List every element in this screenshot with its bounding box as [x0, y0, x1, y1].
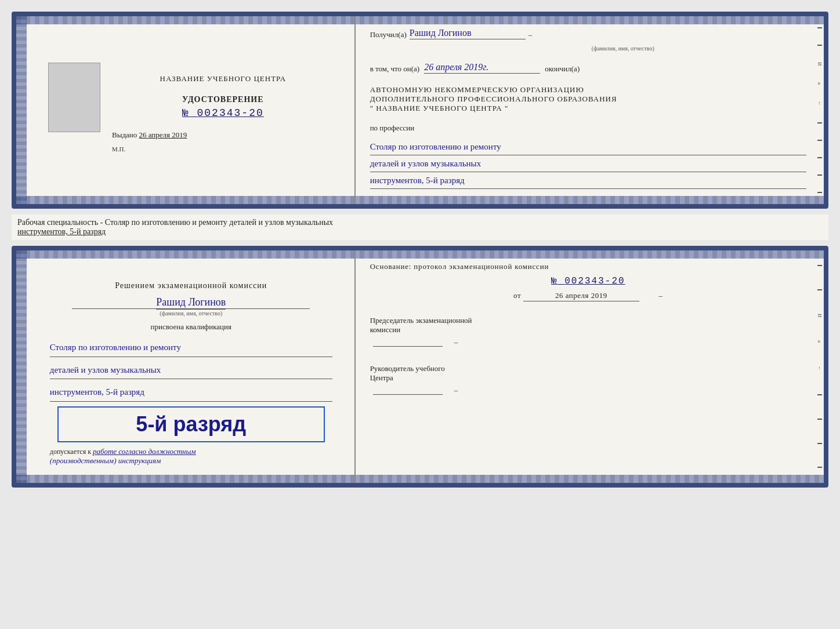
recipient-name-field: Рашид Логинов: [410, 28, 526, 39]
profession-line1: Столяр по изготовлению и ремонту: [370, 139, 806, 155]
cert-number: № 002343-20: [182, 107, 264, 119]
strip-dash: [817, 122, 822, 123]
page-wrapper: НАЗВАНИЕ УЧЕБНОГО ЦЕНТРА УДОСТОВЕРЕНИЕ №…: [12, 12, 828, 488]
allowed-line: допускается к работе согласно должностны…: [50, 447, 332, 466]
chairman-section: Председатель экзаменационной комиссии –: [370, 316, 806, 347]
strip-dash: [817, 265, 822, 266]
cert-number-prefix: №: [182, 107, 190, 119]
doc2-left-panel: Решением экзаменационной комиссии Рашид …: [16, 250, 356, 483]
training-center-label: НАЗВАНИЕ УЧЕБНОГО ЦЕНТРА: [160, 74, 286, 83]
strip-letter-left: ←: [817, 101, 823, 106]
commission-title: Решением экзаменационной комиссии: [115, 279, 267, 292]
head-line1: Руководитель учебного: [370, 364, 806, 373]
allowed-text: работе согласно должностным: [93, 447, 196, 456]
strip-dash: [817, 27, 822, 28]
between-text-prefix: Рабочая специальность - Столяр по изгото…: [17, 218, 333, 227]
head-line2: Центра: [370, 373, 806, 383]
org-text: АВТОНОМНУЮ НЕКОММЕРЧЕСКУЮ ОРГАНИЗАЦИЮ ДО…: [370, 85, 806, 113]
profession-section: по профессии: [370, 123, 806, 133]
stamp-area: М.П.: [112, 146, 125, 152]
strip-dash: [817, 289, 822, 290]
photo-placeholder: [48, 63, 100, 132]
org-line2: ДОПОЛНИТЕЛЬНОГО ПРОФЕССИОНАЛЬНОГО ОБРАЗО…: [370, 94, 806, 104]
strip-dash: [817, 443, 822, 444]
strip-letter-a2: а: [817, 340, 823, 343]
fio-label: (фамилия, имя, отчество): [440, 45, 806, 52]
strip-dash: [817, 174, 822, 176]
received-label: Получил(а): [370, 30, 407, 39]
qualification-line3: инструментов, 5-й разряд: [50, 384, 332, 402]
awarded-label: присвоена квалификация: [151, 322, 231, 332]
strip-dash: [817, 45, 822, 46]
org-line3: " НАЗВАНИЕ УЧЕБНОГО ЦЕНТРА ": [370, 104, 806, 113]
dash-right: –: [659, 291, 663, 300]
left-decorative-strip: [16, 16, 27, 204]
dash-chairman: –: [454, 337, 458, 347]
completed-date: 26 апреля 2019г.: [424, 62, 540, 74]
doc1-right-panel: И а ← Получил(а) Рашид Логинов – (фамили…: [356, 16, 824, 204]
rank-box: 5-й разряд: [57, 406, 325, 442]
number-prefix: №: [551, 276, 558, 286]
strip-letter-a: а: [817, 82, 823, 85]
issued-date: 26 апреля 2019: [139, 130, 187, 139]
issued-line: Выдано 26 апреля 2019: [112, 130, 187, 140]
head-section: Руководитель учебного Центра –: [370, 364, 806, 395]
profession-line2: деталей и узлов музыкальных: [370, 155, 806, 172]
allowed-prefix: допускается к: [50, 448, 91, 456]
doc2-person-name: Рашид Логинов: [156, 296, 226, 310]
allowed-text2: (производственным) инструкциям: [50, 456, 161, 465]
left-decorative-strip-2: [16, 250, 27, 483]
strip-dash: [817, 394, 822, 395]
issued-label: Выдано: [112, 130, 137, 139]
in-that-label: в том, что он(а): [370, 64, 420, 74]
document-1: НАЗВАНИЕ УЧЕБНОГО ЦЕНТРА УДОСТОВЕРЕНИЕ №…: [12, 12, 828, 209]
rank-number: 5-й разряд: [66, 412, 317, 437]
number-value: 002343-20: [564, 276, 625, 286]
basis-label: Основание: протокол экзаменационной коми…: [370, 262, 549, 271]
recipient-name: Рашид Логинов: [410, 28, 472, 38]
basis-date: 26 апреля 2019: [523, 291, 639, 301]
strip-letter-left2: ←: [817, 366, 823, 371]
strip-letter-i: И: [817, 62, 823, 66]
chairman-line1: Председатель экзаменационной: [370, 316, 806, 325]
right-decorative-strip-2: И а ←: [816, 250, 824, 483]
strip-dash: [817, 140, 822, 141]
qualification-line1: Столяр по изготовлению и ремонту: [50, 339, 332, 357]
doc2-fio-label: (фамилия, имя, отчество): [160, 310, 222, 317]
profession-label: по профессии: [370, 123, 415, 132]
doc2-right-panel: И а ← Основание: протокол экзаменационно…: [356, 250, 824, 483]
chairman-signature-line: [373, 346, 443, 347]
between-text-underline: инструментов, 5-й разряд: [17, 227, 106, 236]
dash: –: [528, 30, 533, 39]
between-label: Рабочая специальность - Столяр по изгото…: [12, 214, 828, 240]
strip-dash: [817, 419, 822, 420]
org-line1: АВТОНОМНУЮ НЕКОММЕРЧЕСКУЮ ОРГАНИЗАЦИЮ: [370, 85, 806, 94]
basis-date-line: от 26 апреля 2019 –: [370, 291, 806, 301]
basis-number: № 002343-20: [370, 276, 806, 286]
document-2: Решением экзаменационной комиссии Рашид …: [12, 246, 828, 488]
cert-title: УДОСТОВЕРЕНИЕ: [182, 95, 263, 104]
strip-dash: [817, 467, 822, 468]
dash-head: –: [454, 386, 458, 395]
in-that-line: в том, что он(а) 26 апреля 2019г. окончи…: [370, 62, 806, 74]
profession-line3: инструментов, 5-й разряд: [370, 172, 806, 189]
profession-handwritten-block: Столяр по изготовлению и ремонту деталей…: [370, 139, 806, 189]
head-signature-line: [373, 394, 443, 395]
basis-section: Основание: протокол экзаменационной коми…: [370, 262, 806, 301]
right-decorative-strip: И а ←: [816, 16, 824, 204]
strip-dash: [817, 157, 822, 158]
strip-letter-i2: И: [817, 314, 823, 318]
cert-number-value: 002343-20: [197, 107, 264, 119]
stamp-label: М.П.: [112, 146, 125, 152]
chairman-line2: комиссии: [370, 325, 806, 335]
doc1-left-panel: НАЗВАНИЕ УЧЕБНОГО ЦЕНТРА УДОСТОВЕРЕНИЕ №…: [16, 16, 356, 204]
recipient-line: Получил(а) Рашид Логинов –: [370, 28, 806, 39]
left-content-with-photo: НАЗВАНИЕ УЧЕБНОГО ЦЕНТРА УДОСТОВЕРЕНИЕ №…: [42, 45, 340, 152]
completed-label: окончил(а): [545, 64, 580, 74]
left-main-content: НАЗВАНИЕ УЧЕБНОГО ЦЕНТРА УДОСТОВЕРЕНИЕ №…: [106, 45, 340, 152]
date-prefix: от: [513, 291, 521, 300]
qualification-line2: деталей и узлов музыкальных: [50, 362, 332, 380]
fio-label-wrapper: (фамилия, имя, отчество): [440, 45, 806, 52]
strip-dash: [817, 192, 822, 193]
